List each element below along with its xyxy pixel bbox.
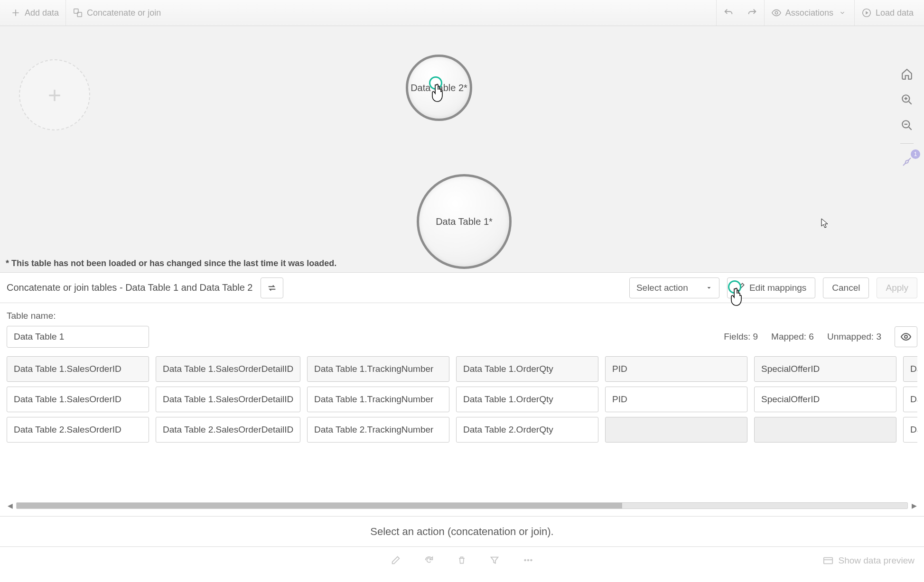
mapping-header-cell[interactable]: SpecialOfferID [754,356,896,382]
edit-mappings-label: Edit mappings [749,283,806,293]
select-action-dropdown[interactable]: Select action [629,277,719,298]
pencil-icon [736,282,746,294]
apply-label: Apply [886,283,908,293]
delete-icon[interactable] [457,555,467,567]
more-icon[interactable] [523,555,534,567]
mapping-cell[interactable]: Data Ta [903,387,917,412]
mapping-cell[interactable]: PID [605,387,747,412]
load-data-button[interactable]: Load data [854,0,920,26]
mapping-cell[interactable]: Data Table 1.OrderQty [456,387,598,412]
cursor-icon [821,218,829,231]
table-bubble-data-table-1[interactable]: Data Table 1* [417,174,512,269]
undo-icon [723,8,734,18]
concat-icon [73,8,83,18]
mapping-column: Data Table 1.TrackingNumberData Table 1.… [307,356,449,443]
mapping-cell[interactable]: Data Table 2.SalesOrderDetailID [156,417,300,443]
cancel-button[interactable]: Cancel [823,277,869,298]
plus-icon [10,8,21,18]
refresh-icon[interactable] [424,555,434,567]
top-toolbar: Add data Concatenate or join Association… [0,0,924,26]
table-name-label: Table name: [7,311,917,321]
show-data-preview-button[interactable]: Show data preview [823,555,915,566]
mapping-cell[interactable]: Data Table 1.SalesOrderID [7,387,149,412]
edit-icon[interactable] [391,555,401,567]
svg-point-8 [527,559,529,561]
mapping-cell[interactable]: Data Table 1.TrackingNumber [307,387,449,412]
mapping-column: PIDPID [605,356,747,443]
canvas-side-rail: 1 [890,57,924,170]
mapping-column: Data Table 1.OrderQtyData Table 1.OrderQ… [456,356,598,443]
table-bubble-data-table-2[interactable]: Data Table 2* [406,55,472,121]
mapping-cell[interactable] [605,417,747,443]
eye-icon [771,8,782,18]
edit-mappings-button[interactable]: Edit mappings [727,277,815,298]
mapping-cell[interactable]: Data Table 2.TrackingNumber [307,417,449,443]
scroll-thumb[interactable] [17,503,622,508]
unsaved-note: * This table has not been loaded or has … [6,259,336,268]
mapping-cell[interactable]: Data Table 1.SalesOrderDetailID [156,387,300,412]
mapping-header-cell[interactable]: PID [605,356,747,382]
svg-point-6 [905,335,907,338]
mapping-cell[interactable]: Data Table 2.OrderQty [456,417,598,443]
action-hint: Select an action (concatenation or join)… [0,517,924,547]
zoom-in-button[interactable] [898,91,915,108]
mapping-hscroll[interactable]: ◀ ▶ [7,502,917,509]
mapping-cell[interactable]: Data Ta [903,417,917,443]
cancel-label: Cancel [832,283,860,293]
svg-point-2 [775,11,778,14]
mapping-header-cell[interactable]: Data Table 1.OrderQty [456,356,598,382]
concat-join-label: Concatenate or join [87,8,161,18]
svg-point-9 [530,559,532,561]
svg-point-7 [524,559,526,561]
add-table-bubble[interactable]: + [19,59,90,130]
redo-icon [747,8,757,18]
add-data-button[interactable]: Add data [4,0,66,26]
panel-title: Concatenate or join tables - Data Table … [7,282,253,293]
bottom-toolbar: Show data preview [0,547,924,574]
mapping-header-cell[interactable]: Data Ta [903,356,917,382]
associations-dropdown[interactable]: Associations [764,0,854,26]
mapping-column: Data Table 1.SalesOrderIDData Table 1.Sa… [7,356,149,443]
mapping-grid: Data Table 1.SalesOrderIDData Table 1.Sa… [7,356,917,443]
mapping-cell[interactable]: SpecialOfferID [754,387,896,412]
zoom-out-button[interactable] [898,117,915,134]
mapping-column: SpecialOfferIDSpecialOfferID [754,356,896,443]
filter-icon[interactable] [489,555,500,567]
mapping-cell[interactable]: Data Table 2.SalesOrderID [7,417,149,443]
mapping-column: Data Table 1.SalesOrderDetailIDData Tabl… [156,356,300,443]
mapping-stats: Fields: 9 Mapped: 6 Unmapped: 3 [724,326,917,347]
add-data-label: Add data [25,8,59,18]
associations-label: Associations [785,8,833,18]
scroll-right-icon[interactable]: ▶ [911,502,917,509]
concat-join-button[interactable]: Concatenate or join [66,0,168,26]
apply-button[interactable]: Apply [877,277,917,298]
scroll-left-icon[interactable]: ◀ [7,502,13,509]
mapping-header-cell[interactable]: Data Table 1.SalesOrderID [7,356,149,382]
table-bubble-label: Data Table 1* [436,216,493,227]
mapping-config-area: Table name: Fields: 9 Mapped: 6 Unmapped… [0,303,924,517]
swap-tables-button[interactable] [261,277,283,298]
preview-toggle-button[interactable] [895,326,917,347]
concat-panel-header: Concatenate or join tables - Data Table … [0,273,924,303]
scroll-track[interactable] [16,502,908,509]
chevron-down-icon [837,8,848,18]
mapping-column: Data TaData TaData Ta [903,356,917,443]
data-model-canvas[interactable]: + Data Table 2* Data Table 1* * This tab… [0,26,924,273]
mapping-header-cell[interactable]: Data Table 1.TrackingNumber [307,356,449,382]
play-circle-icon [861,8,872,18]
table-bubble-label: Data Table 2* [411,83,467,93]
mapping-header-cell[interactable]: Data Table 1.SalesOrderDetailID [156,356,300,382]
table-name-input[interactable] [7,326,149,348]
undo-button[interactable] [716,0,740,26]
select-action-label: Select action [636,283,688,293]
svg-rect-10 [824,558,832,564]
recommendations-badge: 1 [911,149,920,159]
load-data-label: Load data [876,8,914,18]
mapping-cell[interactable] [754,417,896,443]
recommendations-button[interactable]: 1 [898,153,915,170]
redo-button[interactable] [740,0,764,26]
home-button[interactable] [898,65,915,83]
plus-icon: + [48,82,61,108]
